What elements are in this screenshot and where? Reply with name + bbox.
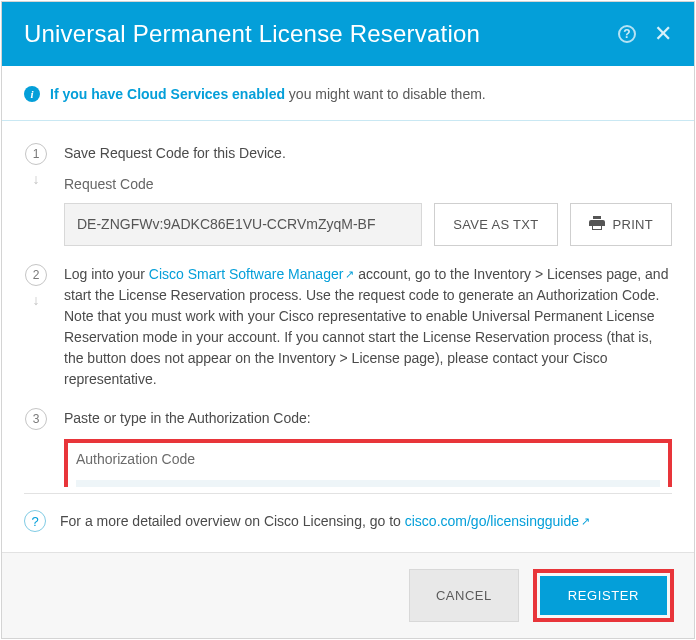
step-number: 3: [25, 408, 47, 430]
step-number: 2: [25, 264, 47, 286]
print-icon: [589, 216, 605, 233]
help-text: For a more detailed overview on Cisco Li…: [60, 513, 405, 529]
register-button-highlight: REGISTER: [533, 569, 674, 622]
step-1: 1 ↓ Save Request Code for this Device. R…: [24, 143, 672, 246]
dialog-title: Universal Permanent License Reservation: [24, 20, 480, 48]
step1-title: Save Request Code for this Device.: [64, 143, 672, 164]
step-2: 2 ↓ Log into your Cisco Smart Software M…: [24, 264, 672, 390]
step-number: 1: [25, 143, 47, 165]
arrow-down-icon: ↓: [33, 171, 40, 187]
arrow-down-icon: ↓: [33, 292, 40, 308]
authorization-code-label: Authorization Code: [76, 449, 660, 470]
step2-text-pre: Log into your: [64, 266, 149, 282]
info-banner: i If you have Cloud Services enabled you…: [2, 66, 694, 121]
licensing-guide-link[interactable]: cisco.com/go/licensingguide↗: [405, 513, 590, 529]
info-rest-text: you might want to disable them.: [285, 86, 486, 102]
info-bold-text: If you have Cloud Services enabled: [50, 86, 285, 102]
cancel-button[interactable]: CANCEL: [409, 569, 519, 622]
request-code-label: Request Code: [64, 174, 672, 195]
close-icon[interactable]: ✕: [654, 23, 672, 45]
step3-title: Paste or type in the Authorization Code:: [64, 408, 672, 429]
help-row: ? For a more detailed overview on Cisco …: [2, 494, 694, 552]
license-reservation-dialog: Universal Permanent License Reservation …: [1, 1, 695, 639]
register-button[interactable]: REGISTER: [540, 576, 667, 615]
question-icon: ?: [24, 510, 46, 532]
help-icon[interactable]: ?: [618, 25, 636, 43]
external-link-icon: ↗: [581, 515, 590, 527]
info-icon: i: [24, 86, 40, 102]
print-button[interactable]: PRINT: [570, 203, 673, 246]
cssm-link[interactable]: Cisco Smart Software Manager↗: [149, 266, 355, 282]
dialog-footer: CANCEL REGISTER: [2, 552, 694, 638]
authorization-code-highlight: Authorization Code BAQ CY ICVAQ I FZT 06…: [64, 439, 672, 487]
dialog-header: Universal Permanent License Reservation …: [2, 2, 694, 66]
step-3: 3 Paste or type in the Authorization Cod…: [24, 408, 672, 487]
authorization-code-input[interactable]: BAQ CY ICVAQ I FZT 06DCE 0 I I2 CE 0 K 0…: [76, 480, 660, 487]
request-code-value[interactable]: DE-ZNGFWv:9ADKC86E1VU-CCRVmZyqM-BF: [64, 203, 422, 246]
save-as-txt-button[interactable]: SAVE AS TXT: [434, 203, 557, 246]
steps-container: 1 ↓ Save Request Code for this Device. R…: [2, 121, 694, 487]
step2-text-post: account, go to the Inventory > Licenses …: [64, 266, 668, 387]
